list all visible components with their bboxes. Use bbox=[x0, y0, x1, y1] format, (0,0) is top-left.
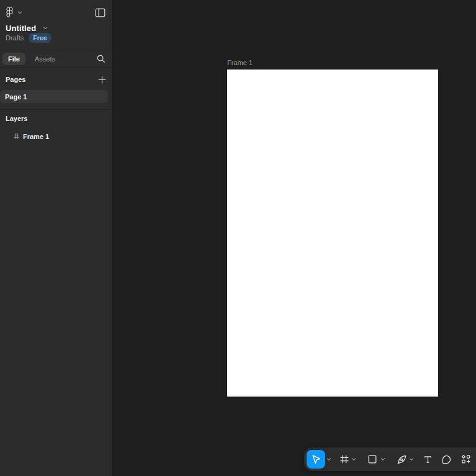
sidebar-header bbox=[0, 5, 112, 20]
search-icon bbox=[96, 54, 106, 63]
actions-icon bbox=[461, 454, 471, 464]
chevron-down-icon bbox=[43, 25, 48, 30]
design-frame[interactable] bbox=[227, 70, 438, 397]
pen-tool-button[interactable] bbox=[395, 447, 408, 471]
layer-list-item[interactable]: Frame 1 bbox=[0, 131, 108, 141]
canvas-frame-label[interactable]: Frame 1 bbox=[227, 59, 253, 66]
tab-file[interactable]: File bbox=[2, 53, 25, 65]
actions-button[interactable] bbox=[459, 447, 473, 471]
add-page-button[interactable] bbox=[98, 76, 106, 84]
frame-tool-dropdown[interactable] bbox=[349, 447, 358, 471]
layer-item-label: Frame 1 bbox=[23, 133, 49, 140]
divider bbox=[0, 67, 112, 68]
move-tool-button[interactable] bbox=[307, 450, 325, 469]
main-menu-button[interactable] bbox=[6, 7, 22, 18]
tab-assets[interactable]: Assets bbox=[29, 53, 61, 65]
sidebar-toggle-icon bbox=[95, 8, 106, 17]
text-tool-button[interactable] bbox=[421, 447, 434, 471]
page-item-label: Page 1 bbox=[5, 93, 27, 101]
page-list-item-selected[interactable]: Page 1 bbox=[0, 90, 108, 103]
file-title-menu[interactable]: Untitled bbox=[6, 22, 48, 34]
comment-icon bbox=[441, 454, 452, 465]
pages-section-header: Pages bbox=[0, 73, 112, 86]
divider bbox=[0, 109, 112, 110]
sidebar-toggle-button[interactable] bbox=[95, 8, 106, 17]
text-icon bbox=[423, 455, 433, 464]
left-sidebar: Untitled Drafts Free File Assets bbox=[0, 0, 112, 476]
pages-title: Pages bbox=[6, 76, 25, 83]
cursor-icon bbox=[310, 454, 322, 465]
frame-tool-button[interactable] bbox=[338, 447, 351, 471]
pen-icon bbox=[397, 454, 407, 465]
plan-badge: Free bbox=[29, 33, 51, 43]
app-window: Untitled Drafts Free File Assets bbox=[0, 0, 476, 476]
layers-title: Layers bbox=[6, 115, 27, 122]
move-tool-dropdown[interactable] bbox=[325, 447, 333, 471]
pen-tool-dropdown[interactable] bbox=[407, 447, 416, 471]
shape-tool-button[interactable] bbox=[366, 447, 379, 471]
file-title: Untitled bbox=[6, 24, 36, 33]
shape-tool-dropdown[interactable] bbox=[379, 447, 387, 471]
chevron-down-icon bbox=[17, 10, 22, 15]
figma-logo-icon bbox=[6, 7, 14, 18]
plus-icon bbox=[98, 76, 106, 84]
rectangle-icon bbox=[367, 454, 377, 464]
frame-hash-icon bbox=[13, 133, 20, 140]
frame-hash-icon bbox=[339, 454, 349, 464]
search-button[interactable] bbox=[96, 54, 106, 63]
sidebar-tabs: File Assets bbox=[0, 50, 112, 67]
file-location-row: Drafts Free bbox=[6, 33, 52, 43]
file-location[interactable]: Drafts bbox=[6, 34, 24, 42]
layers-section-header: Layers bbox=[0, 114, 112, 123]
bottom-toolbar bbox=[304, 447, 476, 471]
comment-tool-button[interactable] bbox=[439, 447, 453, 471]
